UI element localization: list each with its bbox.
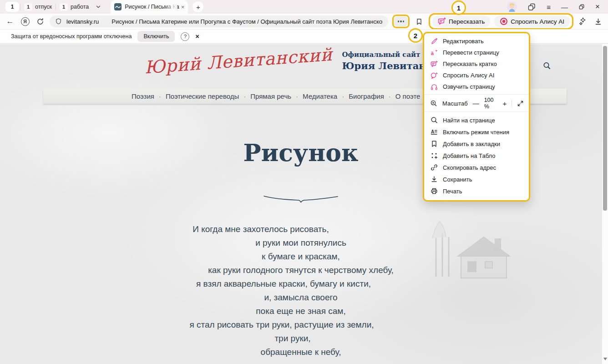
- zoom-in-button[interactable]: +: [502, 100, 507, 107]
- nav-link-pryamaya-rech[interactable]: Прямая речь: [250, 92, 291, 100]
- annotation-step-2: 2: [408, 28, 423, 43]
- menu-item-label: Включить режим чтения: [443, 129, 509, 136]
- ask-alice-label: Спросить Алису AI: [511, 18, 564, 25]
- collections-panel-icon[interactable]: [527, 3, 536, 11]
- nav-link-o-poete[interactable]: О поэте: [395, 92, 421, 100]
- poem-text: И когда мне захотелось рисовать, и руки …: [0, 222, 602, 359]
- site-search-icon[interactable]: [542, 61, 552, 71]
- edit-pencil-sparkle-icon: [430, 38, 438, 45]
- fullscreen-icon[interactable]: [517, 100, 524, 107]
- window-restore-button[interactable]: [578, 4, 585, 10]
- menu-item-print[interactable]: Печать: [424, 185, 529, 197]
- poem-line: как руки голодного тянутся к черствому х…: [0, 263, 602, 277]
- downloads-icon[interactable]: [593, 16, 603, 27]
- reader-mode-icon: A: [430, 128, 438, 136]
- window-close-button[interactable]: ×: [595, 2, 600, 11]
- printer-icon: [430, 187, 438, 195]
- menu-item-label: Добавить на Табло: [443, 152, 496, 159]
- ask-alice-button[interactable]: Спросить Алису AI: [494, 15, 570, 27]
- menu-item-ask-alice[interactable]: Спросить Алису AI: [424, 70, 529, 81]
- menu-item-edit[interactable]: Редактировать: [424, 35, 529, 47]
- tab-bar: 1 1 отпуск 1 работа Рисунок / Письма Кат…: [0, 0, 608, 14]
- zoom-out-button[interactable]: —: [473, 100, 479, 107]
- browser-toolbar: ← Я levitansky.ru Рисунок / Письма Катер…: [0, 14, 608, 29]
- scrollbar-down-arrow[interactable]: [603, 358, 607, 360]
- menu-zoom-row: Масштаб — 100 % +: [424, 97, 529, 110]
- menu-separator: [424, 94, 529, 95]
- scrollbar-thumb[interactable]: [603, 46, 607, 211]
- link-icon: [430, 164, 438, 171]
- menu-item-summarize-briefly[interactable]: Пересказать кратко: [424, 58, 529, 70]
- more-actions-button[interactable]: [394, 16, 408, 26]
- tab-close-icon[interactable]: ×: [181, 4, 185, 10]
- profile-avatar[interactable]: [507, 2, 517, 12]
- bookmark-flag-icon[interactable]: [414, 16, 425, 27]
- warning-text: Защита от вредоносных программ отключена: [11, 33, 132, 40]
- site-security-shield-icon[interactable]: [55, 18, 62, 25]
- site-favicon-icon: [114, 3, 122, 10]
- decorative-flourish: [262, 192, 339, 204]
- extensions-icon[interactable]: [578, 16, 588, 27]
- menu-item-reader-mode[interactable]: A Включить режим чтения: [424, 126, 529, 138]
- poem-line: три руки,: [0, 332, 593, 345]
- svg-text:ä: ä: [431, 51, 434, 56]
- summarize-chat-sparkle-icon: [438, 17, 446, 25]
- site-logo-signature[interactable]: Юрий Левитанский: [144, 45, 333, 78]
- menu-item-label: Сохранить: [443, 176, 472, 183]
- highlight-box-more-menu: [392, 15, 410, 28]
- tab-groups-chevron-down-icon[interactable]: [95, 4, 101, 10]
- warning-close-icon[interactable]: ×: [195, 33, 199, 40]
- nav-separator: ·: [243, 92, 246, 100]
- nav-link-poeziya[interactable]: Поэзия: [132, 92, 154, 100]
- summarize-button[interactable]: Пересказать: [432, 15, 490, 27]
- translate-icon: ä: [430, 49, 438, 56]
- menu-item-copy-address[interactable]: Скопировать адрес: [424, 162, 529, 173]
- menu-item-add-to-tablo[interactable]: Добавить на Табло: [424, 150, 529, 162]
- browser-actions-menu: Редактировать ä Перевести страницу Перес…: [423, 32, 530, 202]
- browser-menu-icon[interactable]: ≡: [547, 3, 551, 11]
- ask-alice-sparkle-icon: [430, 72, 438, 79]
- address-page-title: Рисунок / Письма Катерине или Прогулка с…: [111, 18, 383, 25]
- tab-group-otpusk[interactable]: 1 отпуск: [20, 2, 56, 12]
- address-bar[interactable]: levitansky.ru Рисунок / Письма Катерине …: [50, 15, 388, 27]
- nav-separator: ·: [389, 92, 391, 100]
- menu-item-find-on-page[interactable]: Найти на странице: [424, 114, 529, 126]
- reload-button[interactable]: [35, 16, 46, 27]
- window-minimize-button[interactable]: —: [561, 3, 568, 11]
- back-button[interactable]: ←: [5, 16, 15, 27]
- menu-item-label: Найти на странице: [443, 117, 495, 124]
- bookmark-icon: [430, 140, 438, 147]
- nav-link-perevody[interactable]: Поэтические переводы: [166, 92, 239, 100]
- zoom-magnifier-plus-icon: [430, 100, 437, 107]
- poem-line: обращенные к небу,: [0, 345, 602, 359]
- enable-protection-button[interactable]: Включить: [137, 31, 175, 42]
- nav-separator: ·: [296, 92, 298, 100]
- menu-item-read-aloud[interactable]: Озвучить страницу: [424, 81, 529, 92]
- tab-group-rabota[interactable]: 1 работа: [56, 2, 92, 12]
- new-tab-button[interactable]: +: [193, 1, 203, 12]
- highlight-box-ai-buttons: Пересказать Спросить Алису AI: [429, 13, 573, 30]
- menu-item-translate[interactable]: ä Перевести страницу: [424, 47, 529, 58]
- zoom-label: Масштаб: [442, 100, 468, 107]
- svg-text:A: A: [431, 129, 434, 134]
- annotation-step-1: 1: [451, 0, 466, 15]
- summarize-chat-sparkle-icon: [430, 61, 438, 68]
- nav-separator: ·: [159, 92, 161, 100]
- menu-item-label: Спросить Алису AI: [443, 72, 494, 79]
- menu-item-label: Пересказать кратко: [443, 61, 497, 67]
- nav-link-biografiya[interactable]: Биография: [349, 92, 384, 100]
- poem-line: к бумаге и краскам,: [0, 250, 602, 263]
- menu-item-save[interactable]: Сохранить: [424, 173, 529, 185]
- browser-window: 1 1 отпуск 1 работа Рисунок / Письма Кат…: [0, 0, 608, 364]
- active-tab[interactable]: Рисунок / Письма Кате ×: [111, 0, 188, 14]
- tab-group-collapsed[interactable]: 1: [5, 2, 19, 12]
- menu-item-label: Озвучить страницу: [443, 83, 495, 90]
- nav-link-mediateka[interactable]: Медиатека: [303, 92, 337, 100]
- headphones-icon: [430, 83, 438, 91]
- page-scrollbar[interactable]: [602, 44, 608, 364]
- poem-line: пока еще не зная сам,: [0, 304, 602, 318]
- poem-line: я взял акварельные краски, бумагу и кист…: [0, 277, 584, 291]
- help-icon[interactable]: ?: [181, 32, 189, 41]
- yandex-home-button[interactable]: Я: [20, 16, 30, 27]
- menu-item-add-bookmark[interactable]: Добавить в закладки: [424, 138, 529, 150]
